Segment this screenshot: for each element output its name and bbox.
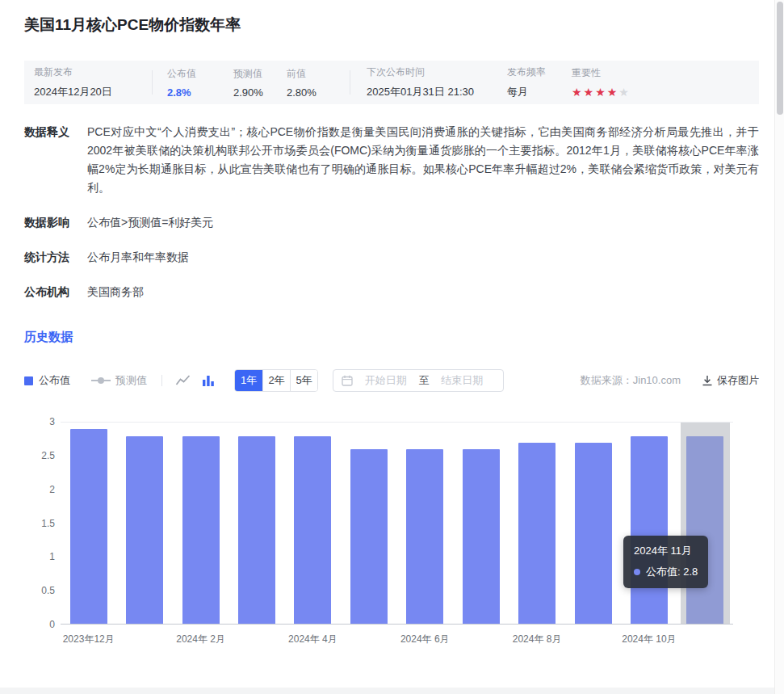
y-axis-label: 1.5 <box>41 518 55 529</box>
bar-2024年9月[interactable] <box>575 443 612 624</box>
bar-2024年10月[interactable] <box>631 436 668 624</box>
y-axis-label: 0.5 <box>41 585 55 596</box>
summary-label: 最新发布 <box>34 65 152 79</box>
detail-label: 统计方法 <box>24 248 87 267</box>
bar-slot[interactable] <box>61 423 116 624</box>
scrollbar[interactable] <box>774 0 784 694</box>
bar-2024年3月[interactable] <box>238 436 275 624</box>
summary-divider <box>152 70 153 95</box>
scrollbar-thumb[interactable] <box>777 2 783 115</box>
bar-2024年8月[interactable] <box>518 443 556 624</box>
bar-2024年1月[interactable] <box>126 436 163 624</box>
detail-row-method: 统计方法 公布月率和年率数据 <box>24 248 759 267</box>
detail-content: PCE对应中文“个人消费支出”；核心PCE物价指数是衡量美国民间消费通胀的关键指… <box>87 123 759 197</box>
bar-slot[interactable] <box>453 423 509 624</box>
summary-latest-release: 最新发布 2024年12月20日 <box>34 65 152 99</box>
detail-row-definition: 数据释义 PCE对应中文“个人消费支出”；核心PCE物价指数是衡量美国民间消费通… <box>24 123 759 197</box>
bar-slot[interactable] <box>285 423 341 624</box>
legend-published[interactable]: 公布值 <box>24 373 70 388</box>
summary-divider <box>350 70 350 95</box>
x-axis-label <box>341 633 396 646</box>
tooltip-value: 公布值: 2.8 <box>646 565 698 579</box>
summary-previous: 前值 2.80% <box>287 67 350 99</box>
bar-2024年2月[interactable] <box>182 436 220 624</box>
legend-published-label: 公布值 <box>39 373 70 388</box>
star-icon: ★ <box>584 86 594 98</box>
summary-value: 2.80% <box>287 86 350 99</box>
summary-importance: 重要性 ★★★★★ <box>572 66 629 99</box>
bar-slot[interactable] <box>565 423 621 624</box>
bar-slot[interactable] <box>621 423 677 624</box>
end-date-input[interactable]: 结束日期 <box>430 373 496 388</box>
bar-slot[interactable] <box>677 423 733 624</box>
save-image-button[interactable]: 保存图片 <box>702 373 759 388</box>
summary-label: 重要性 <box>572 66 629 80</box>
summary-label: 发布频率 <box>507 65 572 79</box>
forecast-legend-line-dot-icon <box>91 377 111 384</box>
history-bar-chart: 00.511.522.53 2023年12月2024年 2月2024年 4月20… <box>24 415 759 658</box>
range-button-5y[interactable]: 5年 <box>290 370 317 391</box>
x-axis-label: 2024年 10月 <box>621 633 677 646</box>
bar-slot[interactable] <box>116 423 172 624</box>
date-to-label: 至 <box>419 373 430 388</box>
star-icon: ★ <box>572 86 582 98</box>
detail-label: 公布机构 <box>24 283 87 301</box>
bar-2024年6月[interactable] <box>406 449 443 624</box>
bar-2024年5月[interactable] <box>350 449 388 624</box>
bar-slot[interactable] <box>509 423 564 624</box>
x-axis: 2023年12月2024年 2月2024年 4月2024年 6月2024年 8月… <box>61 633 733 646</box>
bar-2024年7月[interactable] <box>463 449 500 624</box>
summary-label: 公布值 <box>167 67 233 81</box>
bar-chart-icon <box>202 374 215 387</box>
summary-value: 每月 <box>507 85 572 99</box>
legend-forecast[interactable]: 预测值 <box>91 373 147 388</box>
y-axis-label: 0 <box>49 619 55 630</box>
summary-label: 下次公布时间 <box>367 65 507 79</box>
download-icon <box>702 375 713 386</box>
y-axis-label: 2.5 <box>41 450 55 461</box>
y-axis-label: 1 <box>49 551 55 562</box>
y-axis: 00.511.522.53 <box>24 422 55 625</box>
detail-label: 数据释义 <box>24 123 87 197</box>
detail-content: 美国商务部 <box>87 283 759 301</box>
summary-value: 2024年12月20日 <box>34 85 152 99</box>
x-axis-label <box>116 633 172 646</box>
star-icon: ★ <box>595 86 606 98</box>
page-title: 美国11月核心PCE物价指数年率 <box>24 15 759 36</box>
save-image-label: 保存图片 <box>717 373 759 388</box>
star-icon: ★ <box>607 86 618 98</box>
summary-value: 2025年01月31日 21:30 <box>367 85 507 99</box>
start-date-input[interactable]: 开始日期 <box>353 373 419 388</box>
range-button-group: 1年 2年 5年 <box>234 369 318 392</box>
bar-slot[interactable] <box>228 423 284 624</box>
bar-slot[interactable] <box>341 423 396 624</box>
x-axis-label <box>677 633 733 646</box>
bar-2023年12月[interactable] <box>70 429 107 624</box>
x-axis-label: 2024年 2月 <box>173 633 228 646</box>
bar-2024年4月[interactable] <box>294 436 331 624</box>
x-axis-label <box>228 633 284 646</box>
detail-row-agency: 公布机构 美国商务部 <box>24 283 759 301</box>
range-button-2y[interactable]: 2年 <box>262 370 290 391</box>
detail-content: 公布月率和年率数据 <box>87 248 759 267</box>
line-chart-toggle-button[interactable] <box>175 374 191 387</box>
bar-slot[interactable] <box>397 423 453 624</box>
summary-bar: 最新发布 2024年12月20日 公布值 2.8% 预测值 2.90% 前值 2… <box>24 61 759 104</box>
data-source-label: 数据来源：Jin10.com <box>581 373 681 388</box>
detail-label: 数据影响 <box>24 213 87 232</box>
x-axis-label <box>565 633 621 646</box>
x-axis-label: 2024年 4月 <box>285 633 341 646</box>
published-legend-swatch-icon <box>24 376 33 385</box>
chart-toolbar: 公布值 预测值 1年 2年 5年 <box>24 369 759 392</box>
hover-highlight-band <box>681 423 730 624</box>
tooltip-series-dot-icon <box>634 569 640 575</box>
bar-chart-toggle-button[interactable] <box>202 374 215 387</box>
x-axis-label: 2024年 8月 <box>509 633 564 646</box>
chart-tooltip: 2024年 11月 公布值: 2.8 <box>623 536 708 588</box>
x-axis-label <box>453 633 509 646</box>
page-bottom-edge <box>0 688 774 694</box>
bar-slot[interactable] <box>173 423 228 624</box>
date-range-picker[interactable]: 开始日期 至 结束日期 <box>333 369 504 392</box>
legend-forecast-label: 预测值 <box>115 373 147 388</box>
range-button-1y[interactable]: 1年 <box>235 370 262 391</box>
